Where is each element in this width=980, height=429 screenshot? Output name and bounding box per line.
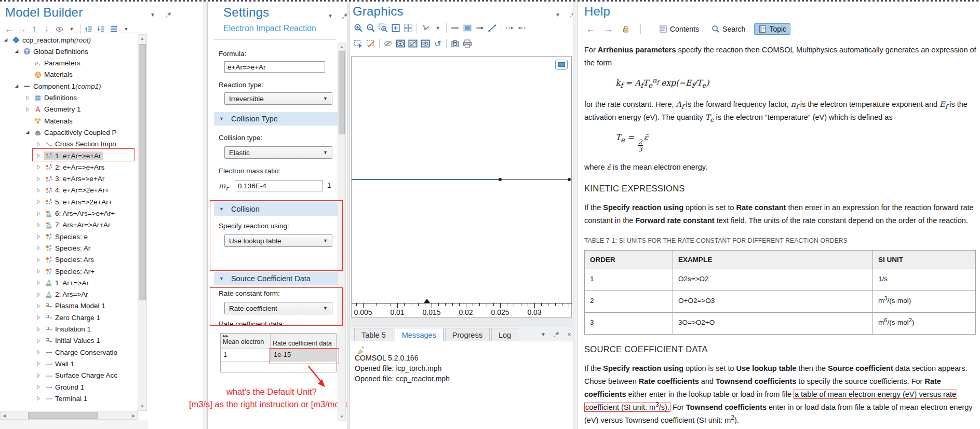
section-collision-type[interactable]: ▼ Collision Type	[214, 112, 338, 126]
table-cell-rate-coefficient[interactable]: 1e-15	[271, 349, 336, 361]
collapse-all-icon[interactable]	[83, 23, 95, 35]
section-collapse-icon[interactable]: ▼	[219, 206, 224, 212]
tree-item-zero-charge-1[interactable]: Zero Charge 1	[0, 312, 137, 323]
print-icon[interactable]	[461, 37, 474, 50]
tree-item-3-e-ars-e-ar[interactable]: 3: e+Ars=>e+Ar	[0, 173, 137, 185]
tree-item-content[interactable]: Species: Ar+	[44, 267, 97, 276]
tree-item-content[interactable]: 7: Ars+Ar=>Ar+Ar	[44, 220, 113, 229]
pin-icon[interactable]	[164, 10, 172, 19]
tree-item-content[interactable]: ccp_reactor.mph (root)	[11, 36, 93, 45]
section-collapse-icon[interactable]: ▼	[219, 116, 224, 121]
expand-icon[interactable]	[36, 303, 44, 309]
pin-icon[interactable]	[552, 330, 560, 338]
expand-icon[interactable]	[36, 373, 44, 378]
tree-item-content[interactable]: Terminal 1	[44, 394, 89, 403]
expand-icon[interactable]	[36, 292, 44, 297]
tree-item-geometry-1[interactable]: Geometry 1	[0, 104, 137, 115]
tree-item-content[interactable]: Species: Ar	[44, 244, 92, 253]
tree-item-content[interactable]: Plasma Model 1	[44, 301, 108, 310]
tree-item-content[interactable]: Charge Conservatio	[44, 348, 119, 357]
collapse-icon[interactable]	[14, 49, 22, 54]
tree-item-content[interactable]: Ground 1	[44, 383, 86, 392]
close-icon[interactable]: ×	[565, 330, 573, 338]
scroll-right-icon[interactable]: ▶	[131, 413, 136, 418]
expand-icon[interactable]	[36, 142, 44, 147]
tab-table-5[interactable]: Table 5	[354, 328, 393, 341]
scrollbar-thumb[interactable]	[139, 44, 146, 300]
tree-item-initial-values-1[interactable]: Initial Values 1	[0, 335, 137, 347]
tree-item-content[interactable]: Insulation 1	[44, 325, 93, 334]
tree-item-parameters[interactable]: PiParameters	[0, 58, 137, 69]
panel-menu-icon[interactable]: ▼	[539, 330, 547, 338]
collapse-icon[interactable]	[25, 130, 33, 135]
electron-mass-ratio-input[interactable]	[235, 180, 323, 191]
tree-item-4-e-ar-2e-ar[interactable]: 4: e+Ar=>2e+Ar+	[0, 185, 137, 196]
tree-item-1-e-ar-e-ar[interactable]: 1: e+Ar=>e+Ar	[0, 150, 137, 161]
tree-item-terminal-1[interactable]: Terminal 1	[0, 393, 137, 404]
tab-log[interactable]: Log	[491, 328, 518, 341]
reset-view-icon[interactable]: ↺	[432, 37, 444, 50]
canvas-messages-divider[interactable]	[350, 317, 573, 327]
axes-icon[interactable]	[419, 22, 432, 34]
tree-item-content[interactable]: Wall 1	[44, 359, 76, 368]
tree-item-content[interactable]: 4: e+Ar=>2e+Ar+	[44, 186, 111, 195]
expand-icon[interactable]	[36, 396, 44, 401]
tree-item-capacitively-coupled-p[interactable]: Capacitively Coupled P	[0, 127, 137, 138]
expand-all-icon[interactable]	[95, 23, 108, 35]
geometry-domain[interactable]	[500, 179, 569, 181]
tree-item-ccp-reactor-mph[interactable]: ccp_reactor.mph (root)	[0, 34, 137, 46]
tree-node-group-icon[interactable]	[108, 23, 120, 35]
tree-item-content[interactable]: 6: Ars+Ars=>e+Ar+	[44, 209, 117, 218]
tree-item-content[interactable]: 2: e+Ar=>e+Ars	[44, 163, 106, 172]
panel-menu-icon[interactable]: ▼	[149, 10, 157, 19]
tree-item-content[interactable]: PiParameters	[33, 59, 83, 67]
specify-reaction-select[interactable]: Use lookup table▼	[224, 234, 332, 247]
plot-settings-button[interactable]	[555, 60, 568, 70]
table-header-rate-coefficient[interactable]: Rate coefficient data	[271, 334, 336, 349]
expand-icon[interactable]	[36, 211, 44, 216]
tree-item-content[interactable]: 5: e+Ars=>2e+Ar+	[44, 198, 115, 206]
zoom-extents-icon[interactable]	[390, 22, 402, 34]
line-icon[interactable]	[449, 22, 461, 34]
back-icon[interactable]: ←	[3, 23, 16, 35]
tree-item-content[interactable]: Surface Charge Acc	[44, 371, 119, 380]
arrow-icon[interactable]	[474, 22, 486, 34]
search-button[interactable]: Search	[708, 24, 749, 34]
view-hide-icon[interactable]	[407, 37, 419, 50]
scroll-down-icon[interactable]: ▼	[338, 414, 345, 419]
tree-item-species-ar[interactable]: Species: Ar+	[0, 266, 137, 277]
zoom-out-icon[interactable]	[365, 22, 377, 34]
expand-icon[interactable]	[36, 153, 44, 158]
expand-icon[interactable]	[36, 315, 44, 320]
contents-button[interactable]: Contents	[655, 24, 703, 34]
tree-item-content[interactable]: Definitions	[33, 93, 79, 102]
expand-icon[interactable]	[36, 164, 44, 170]
expand-icon[interactable]	[25, 107, 33, 112]
column-move-icon[interactable]: ▶▶	[223, 334, 268, 338]
tree-item-content[interactable]: Materials	[33, 70, 75, 79]
tree-item-content[interactable]: 3: e+Ars=>e+Ar	[44, 174, 106, 183]
panel-menu-icon[interactable]: ▼	[554, 10, 562, 19]
scrollbar-thumb[interactable]	[339, 51, 345, 134]
model-tree-vscrollbar[interactable]: ▲ ▼	[138, 34, 147, 411]
tree-item-materials[interactable]: Materials	[0, 69, 137, 80]
expand-icon[interactable]	[36, 176, 44, 182]
geometry-vertex[interactable]	[499, 178, 502, 181]
reaction-type-select[interactable]: Irreversible▼	[224, 92, 332, 105]
expand-icon[interactable]	[36, 223, 44, 228]
section-collision[interactable]: ▼ Collision	[214, 202, 338, 216]
geometry-vertex[interactable]	[568, 178, 571, 181]
pan-icon[interactable]	[402, 22, 414, 34]
tree-item-content[interactable]: Geometry 1	[33, 105, 83, 114]
scrollbar-thumb[interactable]	[28, 412, 98, 419]
settings-vscrollbar[interactable]: ▲ ▼	[338, 43, 346, 421]
select-box-icon[interactable]	[352, 37, 365, 50]
tree-item-wall-1[interactable]: Wall 1	[0, 358, 137, 369]
tree-item-species-ars[interactable]: Species: Ars	[0, 254, 137, 266]
section-collapse-icon[interactable]: ▼	[219, 276, 224, 281]
tree-item-definitions[interactable]: Definitions	[0, 92, 137, 104]
expand-icon[interactable]	[36, 280, 44, 285]
tree-item-global-definitions[interactable]: Global Definitions	[0, 46, 137, 57]
tab-progress[interactable]: Progress	[445, 328, 490, 341]
rate-constant-form-select[interactable]: Rate coefficient▼	[224, 302, 332, 314]
